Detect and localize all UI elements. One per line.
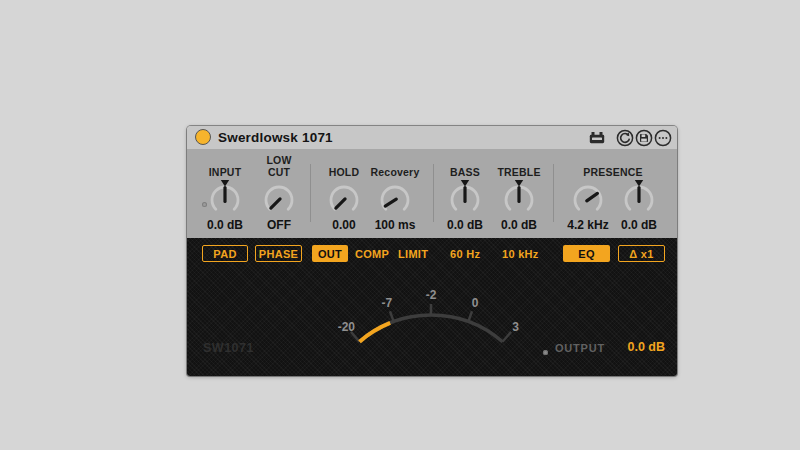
treble-knob-block: TREBLE0.0 dB [494,152,544,238]
hold-value[interactable]: 0.00 [319,218,369,232]
output-label: OUTPUT [555,342,605,354]
presence-freq-knob[interactable] [570,180,606,220]
low-cut-knob[interactable] [261,180,297,220]
vu-meter-level [359,323,390,342]
device-activator-toggle[interactable] [195,129,211,145]
vu-meter-tick-label: 0 [472,296,479,310]
bass-knob[interactable] [447,180,483,220]
recovery-value[interactable]: 100 ms [370,218,420,232]
more-options-icon[interactable] [654,127,672,148]
phase-button[interactable]: PHASE [255,245,302,262]
presence-gain-value[interactable]: 0.0 dB [614,218,664,232]
vu-meter-tick [503,332,512,342]
limit-freq-value[interactable]: 10 kHz [502,245,539,262]
vu-meter-tick [390,311,394,321]
more-options-icon-glyph [654,129,672,147]
low-cut-knob-block: LOW CUTOFF [254,152,304,238]
hold-knob[interactable] [326,180,362,220]
presence-freq-value[interactable]: 4.2 kHz [563,218,613,232]
input-knob[interactable] [207,180,243,220]
presence-gain-knob[interactable] [621,180,657,220]
treble-value[interactable]: 0.0 dB [494,218,544,232]
hot-swap-icon-glyph [616,129,634,147]
out-button[interactable]: OUT [312,245,348,262]
vu-meter-tick-label: 3 [512,320,519,334]
presence-gain-knob-block: 0.0 dB [614,152,664,238]
pad-button[interactable]: PAD [202,245,248,262]
recovery-label: Recovery [357,152,433,178]
save-preset-icon[interactable] [635,127,653,148]
display-panel: PAD PHASE OUT COMP LIMIT 60 Hz 10 kHz EQ… [187,238,677,376]
comp-button[interactable]: COMP [355,245,389,262]
device-swerdlowsk-1071: Swerdlowsk 1071 [187,126,677,376]
vu-meter-tick-label: -7 [382,296,393,310]
hardware-icon-glyph [589,131,605,145]
bass-value[interactable]: 0.0 dB [440,218,490,232]
output-led [543,350,548,355]
presence-gain-label [601,152,677,178]
device-title-bar: Swerdlowsk 1071 [187,126,677,149]
treble-knob[interactable] [501,180,537,220]
recovery-knob-block: Recovery100 ms [370,152,420,238]
vu-meter-tick-label: -2 [426,288,437,302]
treble-label: TREBLE [481,152,557,178]
limit-button[interactable]: LIMIT [398,245,428,262]
save-preset-icon-glyph [635,129,653,147]
device-title: Swerdlowsk 1071 [218,126,333,149]
vu-meter-tick [468,311,472,321]
vu-meter: -20-7-203 [320,278,540,353]
vu-meter-tick-label: -20 [338,320,356,334]
brand-text: SW1071 [203,341,254,355]
delta-x1-button[interactable]: Δ x1 [618,245,665,262]
recovery-knob[interactable] [377,180,413,220]
low-cut-value[interactable]: OFF [254,218,304,232]
hot-swap-icon[interactable] [616,127,634,148]
eq-button[interactable]: EQ [563,245,610,262]
input-value[interactable]: 0.0 dB [200,218,250,232]
output-value[interactable]: 0.0 dB [617,340,665,354]
comp-freq-value[interactable]: 60 Hz [450,245,480,262]
hardware-icon[interactable] [588,127,606,148]
knob-panel: PRESENCE INPUT0.0 dB LOW CUTOFF HOLD0.00… [187,149,677,238]
